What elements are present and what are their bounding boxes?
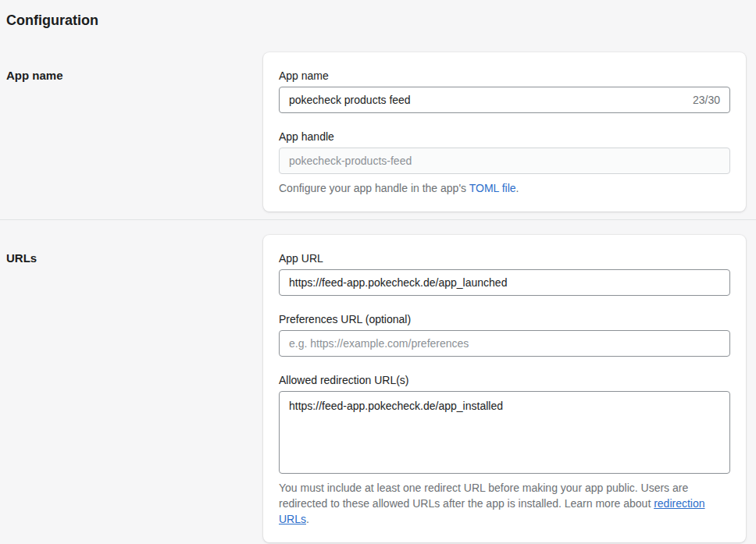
redirect-urls-textarea[interactable]: https://feed-app.pokecheck.de/app_instal… [279,391,730,474]
app-url-field: App URL [279,251,730,296]
app-url-input-shell [279,269,730,296]
preferences-url-field: Preferences URL (optional) [279,311,730,357]
redirect-urls-help-text: You must include at least one redirect U… [279,480,716,527]
app-url-field-label: App URL [279,251,730,266]
app-name-field-label: App name [279,68,730,84]
urls-section-label: URLs [6,251,263,266]
preferences-url-input[interactable] [289,337,720,350]
page-title: Configuration [0,0,756,29]
app-handle-help-prefix: Configure your app handle in the app's [279,182,469,194]
app-name-field: App name 23/30 [279,68,730,113]
app-name-section-sidebar: App name [6,52,263,84]
app-name-card: App name 23/30 App handle Configure your… [263,52,746,212]
app-name-section-label: App name [6,68,263,84]
redirect-urls-field: Allowed redirection URL(s) https://feed-… [279,372,730,527]
app-name-input[interactable] [289,94,686,106]
app-handle-field: App handle Configure your app handle in … [279,129,730,196]
toml-file-link[interactable]: TOML file [469,182,516,194]
preferences-url-field-label: Preferences URL (optional) [279,311,730,327]
redirect-urls-field-label: Allowed redirection URL(s) [279,372,730,388]
app-url-input[interactable] [289,276,720,289]
app-name-input-shell: 23/30 [279,87,730,113]
urls-section-sidebar: URLs [6,235,263,266]
section-divider [0,219,756,220]
urls-section: URLs App URL Preferences URL (optional) … [0,235,756,542]
app-name-section: App name App name 23/30 App handle Confi… [0,52,756,212]
preferences-url-input-shell [279,330,730,357]
app-handle-input [289,155,720,167]
app-handle-field-label: App handle [279,129,730,144]
urls-card: App URL Preferences URL (optional) Allow… [263,235,746,542]
app-handle-help-text: Configure your app handle in the app's T… [279,180,716,196]
redirect-urls-help-suffix: . [306,513,309,525]
app-handle-input-shell [279,148,730,174]
app-name-char-counter: 23/30 [693,94,720,106]
redirect-urls-help-prefix: You must include at least one redirect U… [279,482,688,510]
app-handle-help-suffix: . [516,182,519,194]
